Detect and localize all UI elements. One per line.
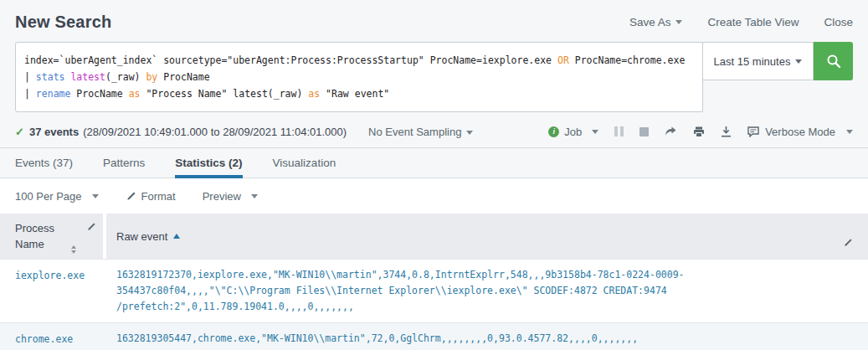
process-name-column-label: Process Name [15, 220, 67, 252]
tab-events-37[interactable]: Events (37) [15, 148, 73, 178]
per-page-dropdown[interactable]: 100 Per Page [15, 190, 99, 203]
events-time-range: (28/09/2021 10:49:01.000 to 28/09/2021 1… [83, 126, 347, 138]
raw-event-column-label: Raw event [116, 230, 167, 243]
event-sampling-dropdown[interactable]: No Event Sampling [368, 126, 473, 138]
chevron-down-icon [846, 130, 853, 134]
job-status-icon: i [548, 126, 559, 137]
save-as-label: Save As [629, 16, 671, 28]
chevron-down-icon [795, 59, 802, 64]
share-icon [665, 126, 677, 137]
tabs: Events (37)PatternsStatistics (2)Visuali… [0, 147, 868, 178]
raw-event-text[interactable]: 1632819172370,iexplore.exe,"MK-WIN10\\ma… [116, 267, 853, 315]
print-button[interactable] [693, 126, 705, 137]
sort-icon[interactable] [71, 245, 76, 254]
tab-visualization[interactable]: Visualization [273, 148, 336, 178]
download-icon [721, 126, 732, 137]
table-row: chrome.exe1632819305447,chrome.exe,"MK-W… [0, 322, 868, 350]
column-header-process-name[interactable]: Process Name [0, 214, 103, 259]
tab-statistics-2[interactable]: Statistics (2) [175, 148, 242, 178]
column-header-raw-event[interactable]: Raw event [106, 214, 868, 259]
check-icon: ✓ [15, 126, 24, 138]
statistics-table: Process Name Raw event iexplore.exe16328… [0, 214, 868, 350]
sort-ascending-icon[interactable] [173, 234, 180, 239]
time-range-label: Last 15 minutes [714, 55, 791, 68]
edit-column-button[interactable] [86, 222, 96, 234]
pencil-icon [843, 238, 853, 248]
time-range-picker[interactable]: Last 15 minutes [702, 42, 814, 80]
process-name-link[interactable]: iexplore.exe [15, 270, 85, 281]
chevron-down-icon [592, 130, 598, 134]
search-mode-dropdown[interactable]: Verbose Mode [747, 126, 853, 138]
close-button[interactable]: Close [824, 16, 853, 28]
stop-job-button[interactable] [639, 127, 649, 136]
events-count: 37 events [29, 126, 79, 138]
table-header-row: Process Name Raw event [0, 214, 868, 259]
export-button[interactable] [721, 126, 732, 137]
chevron-down-icon [466, 131, 473, 135]
preview-label: Preview [203, 190, 241, 203]
preview-dropdown[interactable]: Preview [203, 190, 258, 203]
search-query-text: index=`uberAgent_index` sourcetype="uber… [24, 52, 697, 102]
table-row: iexplore.exe1632819172370,iexplore.exe,"… [0, 259, 868, 322]
search-icon [825, 53, 842, 69]
share-job-button[interactable] [665, 126, 677, 137]
format-label: Format [141, 190, 176, 203]
format-button[interactable]: Format [126, 190, 176, 203]
search-mode-label: Verbose Mode [765, 126, 835, 138]
tab-patterns[interactable]: Patterns [103, 148, 145, 178]
splunk-search-page: New Search Save As Create Table View Clo… [0, 0, 868, 350]
stop-icon [639, 127, 649, 136]
edit-column-button[interactable] [843, 238, 853, 250]
chevron-down-icon [251, 194, 258, 198]
job-dropdown[interactable]: i Job [548, 126, 598, 138]
search-header-section: New Search Save As Create Table View Clo… [0, 0, 868, 147]
search-button[interactable] [814, 42, 853, 80]
pause-icon [614, 126, 618, 136]
results-toolbar: 100 Per Page Format Preview [0, 178, 868, 214]
raw-event-text[interactable]: 1632819305447,chrome.exe,"MK-WIN10\\mart… [116, 331, 853, 347]
chevron-down-icon [92, 194, 99, 198]
process-name-link[interactable]: chrome.exe [15, 333, 73, 345]
table-body: iexplore.exe1632819172370,iexplore.exe,"… [0, 259, 868, 350]
chevron-down-icon [675, 20, 682, 24]
page-title: New Search [15, 13, 111, 32]
per-page-label: 100 Per Page [15, 190, 82, 203]
search-query-input[interactable]: index=`uberAgent_index` sourcetype="uber… [15, 42, 703, 112]
event-sampling-label: No Event Sampling [368, 126, 461, 138]
pencil-icon [86, 222, 96, 232]
save-as-button[interactable]: Save As [629, 16, 683, 28]
search-mode-icon [747, 126, 759, 137]
print-icon [693, 126, 705, 137]
create-table-view-button[interactable]: Create Table View [707, 16, 799, 28]
pause-job-button[interactable] [614, 126, 624, 136]
job-label: Job [564, 126, 582, 138]
pencil-icon [126, 191, 136, 202]
